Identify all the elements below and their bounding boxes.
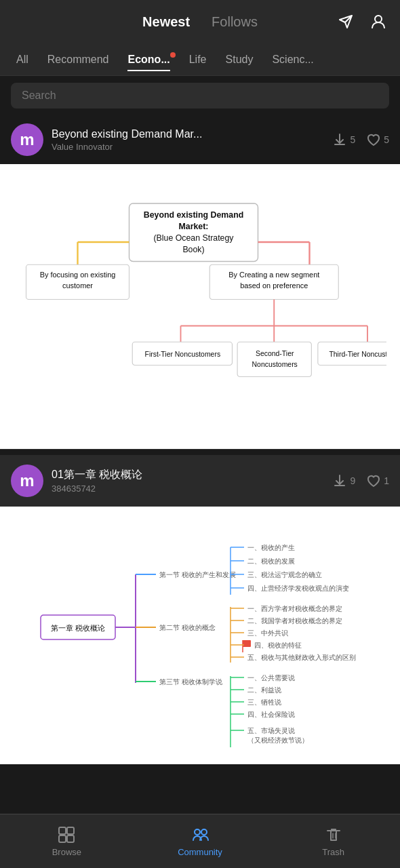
svg-point-79	[201, 829, 207, 835]
post-meta-1: Beyond existing Demand Mar... Value Inno…	[52, 128, 324, 152]
post-header-1: m Beyond existing Demand Mar... Value In…	[0, 115, 400, 164]
trash-label: Trash	[322, 847, 344, 857]
header: Newest Follows	[0, 0, 400, 43]
svg-text:Second-Tier: Second-Tier	[256, 350, 294, 357]
svg-rect-74	[59, 827, 66, 834]
download-btn-2[interactable]: 9	[332, 473, 355, 488]
svg-rect-75	[67, 827, 74, 834]
like-btn-1[interactable]: 5	[366, 132, 389, 147]
post-author-1: Value Innovator	[52, 142, 324, 152]
download-btn-1[interactable]: 5	[332, 132, 355, 147]
notification-dot	[170, 52, 176, 58]
svg-text:Noncustomers: Noncustomers	[252, 361, 298, 368]
post-meta-2: 01第一章 税收概论 384635742	[52, 468, 324, 494]
cat-science[interactable]: Scienc...	[264, 50, 321, 70]
svg-rect-77	[67, 835, 74, 842]
post-actions-1: 5 5	[332, 132, 389, 147]
svg-text:一、西方学者对税收概念的界定: 一、西方学者对税收概念的界定	[247, 605, 342, 612]
like-count-1: 5	[384, 134, 389, 145]
svg-text:（又税经济效节说）: （又税经济效节说）	[247, 736, 308, 744]
svg-point-0	[375, 16, 382, 22]
svg-text:四、止营经济学发税收观点的演变: 四、止营经济学发税收观点的演变	[247, 585, 349, 592]
header-tabs: Newest Follows	[142, 14, 258, 30]
download-count-1: 5	[350, 134, 355, 145]
nav-community[interactable]: Community	[134, 825, 267, 857]
download-count-2: 9	[350, 475, 355, 486]
cat-econo[interactable]: Econo...	[119, 50, 178, 70]
community-label: Community	[178, 847, 222, 857]
mindmap-2: 第一章 税收概论 第一节 税收的产生和发展 一、税收的产生 二、税收的发展 三、…	[0, 507, 400, 764]
svg-text:二、利益说: 二、利益说	[247, 686, 281, 694]
post-card-1: m Beyond existing Demand Mar... Value In…	[0, 115, 400, 450]
browse-icon	[57, 825, 76, 844]
search-bar	[0, 76, 400, 115]
svg-text:Beyond existing Demand: Beyond existing Demand	[144, 210, 243, 220]
svg-text:第二节 税收的概念: 第二节 税收的概念	[159, 624, 216, 631]
trash-icon	[324, 825, 343, 844]
svg-text:五、市场失灵说: 五、市场失灵说	[247, 727, 295, 734]
mindmap-1: Beyond existing Demand Market: (Blue Oce…	[0, 164, 400, 449]
svg-text:四、税收的特征: 四、税收的特征	[254, 642, 302, 649]
post-author-2: 384635742	[52, 484, 324, 494]
svg-rect-76	[59, 835, 66, 842]
category-bar: All Recommend Econo... Life Study Scienc…	[0, 43, 400, 76]
post-actions-2: 9 1	[332, 473, 389, 488]
avatar-1: m	[11, 123, 43, 156]
post-card-2: m 01第一章 税收概论 384635742 9 1	[0, 455, 400, 764]
cat-life[interactable]: Life	[181, 50, 215, 70]
tab-follows[interactable]: Follows	[212, 14, 258, 30]
like-btn-2[interactable]: 1	[366, 473, 389, 488]
svg-rect-25	[237, 342, 311, 376]
nav-browse[interactable]: Browse	[0, 825, 134, 857]
post-header-2: m 01第一章 税收概论 384635742 9 1	[0, 455, 400, 507]
cat-study[interactable]: Study	[218, 50, 262, 70]
svg-text:Market:: Market:	[179, 222, 209, 231]
svg-text:Third-Tier Noncustomers: Third-Tier Noncustomers	[329, 351, 386, 358]
svg-text:By Creating a new segment: By Creating a new segment	[228, 271, 319, 279]
post-title-1: Beyond existing Demand Mar...	[52, 128, 324, 140]
header-icons	[335, 11, 389, 33]
svg-text:三、税法运宁观念的确立: 三、税法运宁观念的确立	[247, 571, 322, 578]
browse-label: Browse	[52, 847, 81, 857]
svg-text:五、税收与其他财政收入形式的区别: 五、税收与其他财政收入形式的区别	[247, 654, 356, 661]
svg-text:第一章 税收概论: 第一章 税收概论	[51, 624, 105, 632]
cat-all[interactable]: All	[8, 50, 37, 70]
svg-text:First-Tier Noncustomers: First-Tier Noncustomers	[145, 351, 221, 358]
svg-point-78	[195, 829, 200, 835]
svg-text:based on preference: based on preference	[240, 281, 308, 290]
tab-newest[interactable]: Newest	[142, 14, 190, 30]
svg-rect-54	[243, 640, 251, 647]
svg-text:Book): Book)	[182, 245, 204, 254]
bottom-nav: Browse Community Trash	[0, 814, 400, 868]
send-icon[interactable]	[335, 11, 357, 33]
svg-text:二、税收的发展: 二、税收的发展	[247, 557, 295, 565]
search-input[interactable]	[11, 83, 389, 108]
svg-text:三、中外共识: 三、中外共识	[247, 629, 288, 637]
svg-text:第一节 税收的产生和发展: 第一节 税收的产生和发展	[159, 571, 236, 578]
svg-text:(Blue Ocean Strategy: (Blue Ocean Strategy	[153, 233, 234, 243]
avatar-2: m	[11, 465, 43, 497]
cat-recommend[interactable]: Recommend	[39, 50, 117, 70]
profile-icon[interactable]	[367, 11, 389, 33]
svg-text:第三节 税收体制学说: 第三节 税收体制学说	[159, 678, 222, 686]
svg-text:二、我国学者对税收概念的界定: 二、我国学者对税收概念的界定	[247, 617, 342, 625]
community-icon	[191, 825, 209, 844]
svg-text:四、社会保险说: 四、社会保险说	[247, 711, 295, 718]
svg-text:By focusing on existing: By focusing on existing	[40, 271, 116, 279]
svg-text:一、税收的产生: 一、税收的产生	[247, 544, 295, 551]
svg-text:customer: customer	[62, 281, 93, 290]
post-title-2: 01第一章 税收概论	[52, 468, 324, 482]
nav-trash[interactable]: Trash	[266, 825, 400, 857]
svg-text:一、公共需要说: 一、公共需要说	[247, 674, 295, 682]
like-count-2: 1	[384, 475, 389, 486]
svg-text:三、牺牲说: 三、牺牲说	[247, 698, 281, 706]
